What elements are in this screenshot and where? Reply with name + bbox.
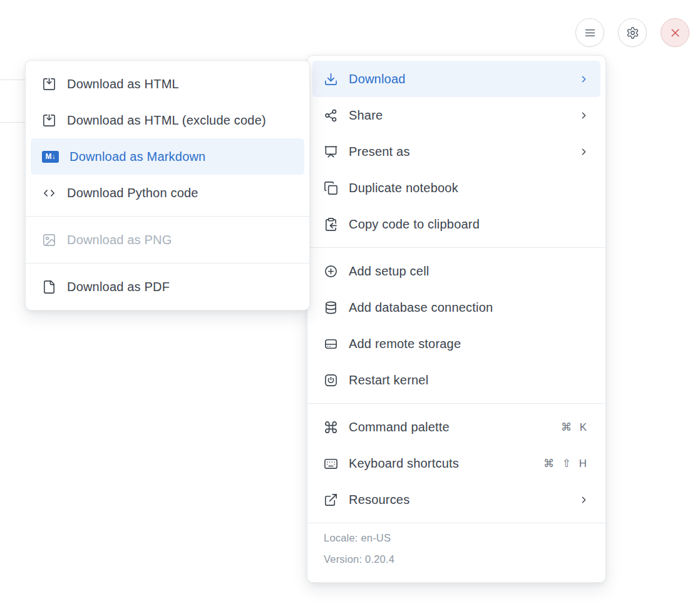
code-icon [42, 186, 56, 200]
database-icon [324, 300, 338, 315]
share-icon [324, 108, 338, 123]
menu-item-label: Restart kernel [349, 373, 589, 388]
gear-icon [626, 26, 639, 39]
menu-item-label: Download Python code [67, 186, 293, 200]
notebook-menu: Download Share Present as Duplicate note… [307, 55, 606, 583]
shortcut-hint: ⌘ ⇧ H [543, 457, 589, 470]
chevron-right-icon [579, 495, 589, 505]
version-text: Version: 0.20.4 [324, 553, 589, 565]
menu-item-label: Copy code to clipboard [349, 217, 589, 232]
download-submenu: Download as HTML Download as HTML (exclu… [25, 60, 310, 311]
box-download-icon [42, 113, 56, 128]
menu-divider [26, 263, 309, 264]
menu-item-download[interactable]: Download [312, 61, 600, 97]
menu-item-add-database[interactable]: Add database connection [312, 289, 600, 326]
menu-item-label: Download as PNG [67, 233, 293, 247]
menu-divider [26, 216, 309, 217]
menu-item-label: Share [349, 108, 568, 123]
external-link-icon [324, 493, 338, 507]
menu-item-label: Keyboard shortcuts [349, 456, 533, 471]
menu-item-share[interactable]: Share [312, 97, 600, 133]
menu-item-label: Add remote storage [349, 337, 589, 351]
menu-item-label: Resources [349, 493, 568, 507]
menu-item-label: Add database connection [349, 300, 589, 315]
menu-item-label: Download as HTML [67, 77, 293, 91]
clipboard-copy-icon [324, 217, 338, 232]
close-button[interactable] [661, 18, 689, 47]
menu-item-download-html[interactable]: Download as HTML [31, 66, 304, 102]
menu-divider [307, 403, 605, 404]
shortcut-hint: ⌘ K [561, 421, 589, 434]
menu-item-command-palette[interactable]: Command palette ⌘ K [312, 409, 600, 445]
file-icon [42, 280, 56, 294]
menu-item-label: Download as Markdown [69, 150, 293, 164]
settings-button[interactable] [618, 18, 647, 47]
chevron-right-icon [579, 110, 589, 121]
menu-item-label: Duplicate notebook [349, 181, 589, 195]
markdown-icon: M↓ [42, 151, 59, 163]
menu-item-add-setup-cell[interactable]: Add setup cell [312, 253, 600, 289]
keyboard-icon [324, 456, 338, 471]
menu-item-label: Add setup cell [349, 264, 589, 279]
close-icon [669, 26, 682, 39]
notebook-menu-button[interactable] [575, 18, 604, 47]
page-fragment-line [0, 80, 26, 80]
command-icon [324, 420, 338, 434]
locale-text: Locale: en-US [324, 532, 589, 544]
menu-footer: Locale: en-US Version: 0.20.4 [307, 523, 605, 577]
menu-item-label: Download [349, 72, 568, 86]
menu-item-present-as[interactable]: Present as [312, 133, 600, 170]
menu-item-label: Download as HTML (exclude code) [67, 113, 293, 128]
hard-drive-icon [324, 337, 338, 351]
menu-item-label: Download as PDF [67, 280, 293, 294]
download-icon [324, 72, 338, 86]
box-download-icon [42, 77, 56, 91]
app-window: Download Share Present as Duplicate note… [0, 0, 700, 616]
present-icon [324, 145, 338, 159]
menu-item-download-png: Download as PNG [31, 222, 304, 258]
hamburger-icon [584, 26, 597, 39]
menu-item-download-pdf[interactable]: Download as PDF [31, 269, 304, 305]
menu-item-duplicate-notebook[interactable]: Duplicate notebook [312, 170, 600, 206]
plus-circle-icon [324, 264, 338, 279]
menu-item-keyboard-shortcuts[interactable]: Keyboard shortcuts ⌘ ⇧ H [312, 445, 600, 481]
menu-item-download-markdown[interactable]: M↓ Download as Markdown [31, 138, 304, 175]
menu-divider [307, 247, 605, 248]
menu-item-download-python[interactable]: Download Python code [31, 175, 304, 211]
duplicate-icon [324, 181, 338, 195]
menu-item-copy-code[interactable]: Copy code to clipboard [312, 206, 600, 242]
menu-item-label: Present as [349, 145, 568, 159]
menu-item-resources[interactable]: Resources [312, 481, 600, 518]
chevron-right-icon [579, 74, 589, 85]
menu-item-label: Command palette [349, 420, 550, 434]
menu-item-download-html-exclude-code[interactable]: Download as HTML (exclude code) [31, 102, 304, 138]
image-icon [42, 233, 56, 247]
power-icon [324, 373, 338, 388]
page-fragment-line [0, 122, 26, 123]
menu-item-add-remote-storage[interactable]: Add remote storage [312, 326, 600, 362]
chevron-right-icon [579, 146, 589, 157]
menu-item-restart-kernel[interactable]: Restart kernel [312, 362, 600, 398]
